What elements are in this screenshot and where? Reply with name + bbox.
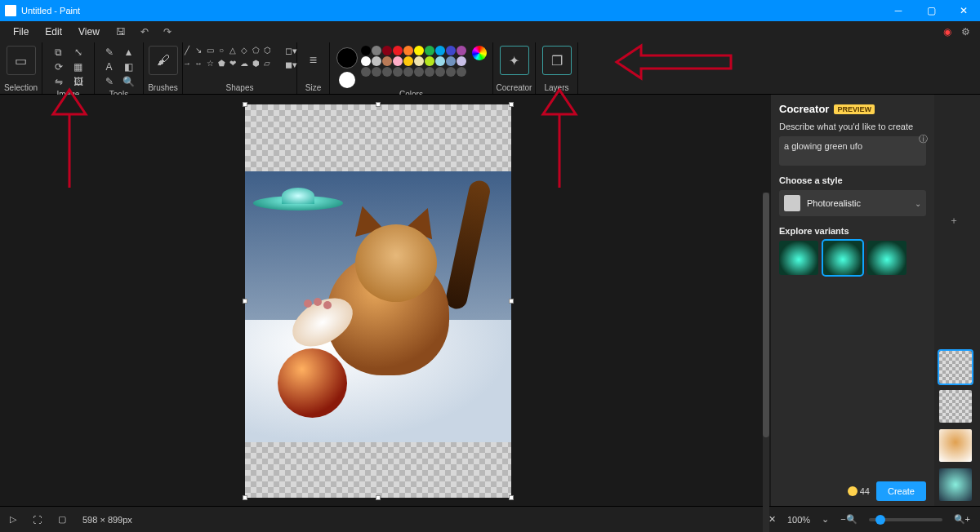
- variant-1[interactable]: [779, 241, 818, 275]
- edit-colors-icon[interactable]: [472, 46, 487, 60]
- variants-label: Explore variants: [779, 226, 926, 236]
- close-button[interactable]: ✕: [947, 0, 980, 21]
- zoom-slider[interactable]: [869, 518, 942, 521]
- app-icon: [5, 5, 16, 16]
- color-swatch[interactable]: [457, 46, 466, 55]
- text-icon[interactable]: A: [102, 60, 117, 73]
- group-label-brushes: Brushes: [148, 83, 178, 92]
- undo-icon[interactable]: ↶: [140, 26, 149, 38]
- eraser-icon[interactable]: ◧: [122, 60, 136, 73]
- color-swatch[interactable]: [372, 56, 381, 66]
- style-select[interactable]: Photorealistic ⌄: [779, 190, 926, 216]
- stroke-size[interactable]: ≡: [299, 46, 328, 75]
- shuffle-icon[interactable]: ✕: [768, 514, 776, 525]
- color-swatch[interactable]: [372, 46, 381, 55]
- color-swatch[interactable]: [425, 46, 434, 55]
- color-swatch[interactable]: [446, 67, 456, 77]
- info-icon[interactable]: ⓘ: [916, 132, 929, 145]
- style-selected: Photorealistic: [807, 198, 861, 208]
- shape-fill-icon[interactable]: ◼▾: [285, 60, 297, 70]
- color-swatch[interactable]: [382, 56, 392, 66]
- image-import-icon[interactable]: 🖼: [71, 75, 86, 88]
- secondary-color[interactable]: [339, 72, 355, 88]
- color-swatch[interactable]: [435, 56, 445, 66]
- save-icon[interactable]: 🖫: [116, 26, 126, 38]
- color-swatch[interactable]: [425, 56, 434, 66]
- zoom-value: 100%: [787, 515, 810, 525]
- color-swatch[interactable]: [403, 67, 413, 77]
- menu-view[interactable]: View: [70, 26, 108, 38]
- coin-icon: [848, 486, 858, 496]
- variant-2[interactable]: [823, 241, 862, 275]
- layer-thumb-4[interactable]: [939, 468, 972, 501]
- color-swatch[interactable]: [425, 67, 434, 77]
- zoom-in-icon[interactable]: 🔍+: [954, 514, 970, 525]
- minimize-button[interactable]: ─: [882, 0, 915, 21]
- color-swatch[interactable]: [435, 67, 445, 77]
- panel-scrollbar[interactable]: [763, 193, 769, 532]
- primary-color[interactable]: [336, 47, 358, 69]
- shape-outline-icon[interactable]: ◻▾: [285, 46, 297, 56]
- picker-icon[interactable]: ✎: [102, 75, 117, 88]
- shapes-gallery[interactable]: ╱↘▭○△◇⬠⬡ →↔☆⬟❤☁⬢▱: [182, 46, 280, 70]
- color-swatch[interactable]: [393, 46, 403, 55]
- color-swatch[interactable]: [403, 56, 413, 66]
- color-swatch[interactable]: [393, 67, 403, 77]
- color-palette[interactable]: [361, 46, 467, 77]
- selection-status-icon: ⛶: [33, 515, 42, 525]
- status-bar: ▷ ⛶ ▢ 598 × 899px ✕ 100% ⌄ −🔍 🔍+: [0, 506, 980, 532]
- color-swatch[interactable]: [414, 67, 424, 77]
- canvas-area[interactable]: [0, 95, 771, 506]
- menu-edit[interactable]: Edit: [37, 26, 70, 38]
- remove-bg-icon[interactable]: ▦: [71, 60, 86, 73]
- magnify-icon[interactable]: 🔍: [122, 75, 136, 88]
- layer-thumb-2[interactable]: [939, 390, 972, 423]
- color-swatch[interactable]: [446, 56, 456, 66]
- credits-count: 44: [860, 486, 870, 496]
- color-swatch[interactable]: [414, 46, 424, 55]
- color-swatch[interactable]: [457, 56, 466, 66]
- color-swatch[interactable]: [457, 67, 466, 77]
- color-swatch[interactable]: [393, 56, 403, 66]
- settings-icon[interactable]: ⚙: [961, 26, 970, 38]
- flip-icon[interactable]: ⇋: [51, 75, 66, 88]
- color-swatch[interactable]: [446, 46, 456, 55]
- pencil-icon[interactable]: ✎: [102, 46, 117, 59]
- variant-3[interactable]: [867, 241, 906, 275]
- layer-thumb-3[interactable]: [939, 429, 972, 462]
- add-layer-icon[interactable]: ＋: [949, 214, 965, 230]
- group-label-selection: Selection: [4, 83, 38, 92]
- color-swatch[interactable]: [382, 46, 392, 55]
- crop-icon[interactable]: ⧉: [51, 46, 66, 59]
- fill-icon[interactable]: ▲: [122, 46, 136, 59]
- rotate-icon[interactable]: ⟳: [51, 60, 66, 73]
- prompt-input[interactable]: a glowing green ufo: [779, 136, 926, 166]
- create-button[interactable]: Create: [876, 481, 926, 501]
- selection-tool[interactable]: ▭: [7, 46, 36, 75]
- cocreator-button[interactable]: ✦: [500, 46, 529, 75]
- color-swatch[interactable]: [414, 56, 424, 66]
- artboard[interactable]: [245, 104, 511, 498]
- layers-button[interactable]: ❐: [542, 46, 572, 75]
- describe-label: Describe what you'd like to create: [779, 122, 926, 131]
- record-icon[interactable]: ◉: [943, 26, 951, 38]
- color-swatch[interactable]: [403, 46, 413, 55]
- resize-icon[interactable]: ⤡: [71, 46, 86, 59]
- ribbon: ▭ Selection ⧉ ⤡ ⟳ ▦ ⇋ 🖼 Image ✎ ▲ A ◧ ✎ …: [0, 42, 980, 95]
- color-swatch[interactable]: [361, 46, 371, 55]
- menu-file[interactable]: File: [5, 26, 37, 38]
- title-bar: Untitled - Paint ─ ▢ ✕: [0, 0, 980, 21]
- color-swatch[interactable]: [361, 56, 371, 66]
- color-swatch[interactable]: [382, 67, 392, 77]
- zoom-out-icon[interactable]: −🔍: [840, 514, 857, 525]
- layers-sidebar: ＋: [934, 95, 980, 506]
- color-swatch[interactable]: [361, 67, 371, 77]
- brush-tool[interactable]: 🖌: [149, 46, 178, 75]
- color-swatch[interactable]: [372, 67, 381, 77]
- layer-thumb-1[interactable]: [939, 351, 972, 383]
- maximize-button[interactable]: ▢: [915, 0, 947, 21]
- zoom-dropdown-icon[interactable]: ⌄: [822, 514, 829, 525]
- cocreator-panel: Cocreator PREVIEW Describe what you'd li…: [771, 95, 934, 506]
- color-swatch[interactable]: [435, 46, 445, 55]
- redo-icon[interactable]: ↷: [163, 26, 172, 38]
